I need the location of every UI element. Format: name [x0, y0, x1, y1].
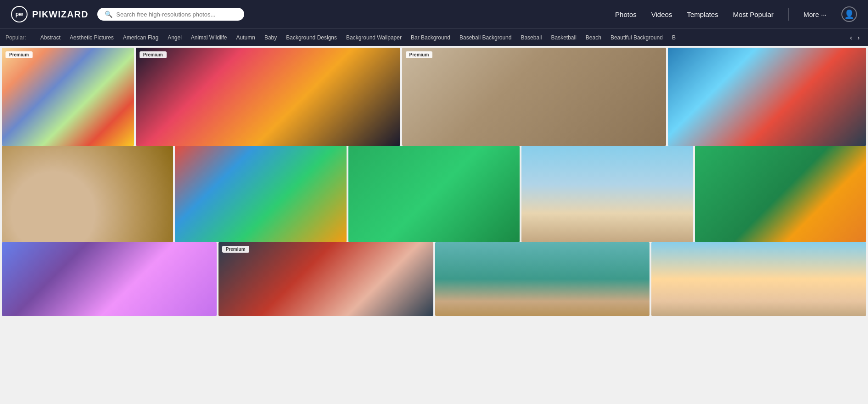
- premium-badge: Premium: [6, 51, 33, 58]
- search-bar[interactable]: 🔍: [97, 8, 244, 21]
- tag-item[interactable]: Basketball: [546, 29, 581, 46]
- tag-item[interactable]: Bar Background: [406, 29, 455, 46]
- gallery-item-nebula[interactable]: Premium: [136, 48, 400, 146]
- nav-photos[interactable]: Photos: [615, 11, 637, 18]
- search-input[interactable]: [116, 11, 237, 18]
- tag-item[interactable]: Autumn: [232, 29, 260, 46]
- logo-area: pw PIKWIZARD: [11, 6, 88, 22]
- gallery-item-beach-sunset[interactable]: [521, 146, 693, 242]
- logo-icon: pw: [11, 6, 28, 22]
- gallery-item-gold-circles[interactable]: [2, 146, 173, 242]
- popular-label: Popular:: [6, 34, 26, 41]
- tag-item[interactable]: Beautiful Background: [606, 29, 667, 46]
- tags-bar: Popular: AbstractAesthetic PicturesAmeri…: [0, 28, 868, 46]
- user-avatar[interactable]: 👤: [841, 6, 857, 22]
- gallery-item-colorful-powder[interactable]: Premium: [2, 48, 134, 146]
- prev-arrow[interactable]: ‹: [847, 34, 855, 41]
- tag-item[interactable]: Baseball: [516, 29, 546, 46]
- tag-item[interactable]: Baby: [260, 29, 281, 46]
- gallery-row-3: Premium: [0, 242, 868, 318]
- search-icon: 🔍: [105, 11, 112, 18]
- logo-letters: pw: [16, 11, 23, 17]
- gallery-item-sunset-beach2[interactable]: [651, 242, 866, 316]
- tag-item[interactable]: Baseball Background: [455, 29, 516, 46]
- gallery-item-blue-paint[interactable]: [668, 48, 866, 146]
- tag-item[interactable]: Aesthetic Pictures: [65, 29, 118, 46]
- premium-badge: Premium: [406, 51, 433, 58]
- tags-list: AbstractAesthetic PicturesAmerican FlagA…: [36, 29, 847, 46]
- gallery-item-old-texture[interactable]: Premium: [402, 48, 666, 146]
- gallery-row-1: PremiumPremiumPremium: [0, 46, 868, 146]
- premium-badge: Premium: [140, 51, 167, 58]
- premium-badge: Premium: [222, 246, 249, 253]
- nav-most-popular[interactable]: Most Popular: [733, 11, 773, 18]
- tags-divider: [31, 33, 31, 42]
- gallery-item-water-ripples[interactable]: [2, 242, 217, 316]
- tag-item[interactable]: Abstract: [36, 29, 65, 46]
- tag-item[interactable]: Animal Wildlife: [186, 29, 232, 46]
- tag-item[interactable]: Background Designs: [281, 29, 342, 46]
- nav-videos[interactable]: Videos: [651, 11, 672, 18]
- nav-divider: [788, 8, 789, 21]
- tag-item[interactable]: American Flag: [118, 29, 163, 46]
- tag-item[interactable]: B: [667, 29, 680, 46]
- gallery-item-roses-dark[interactable]: Premium: [218, 242, 433, 316]
- gallery-row-2: [0, 146, 868, 242]
- main-nav: Photos Videos Templates Most Popular Mor…: [615, 6, 857, 22]
- gallery-item-butterfly[interactable]: [695, 146, 866, 242]
- tag-item[interactable]: Angel: [163, 29, 186, 46]
- next-arrow[interactable]: ›: [855, 34, 862, 41]
- gallery-item-teal-sky[interactable]: [435, 242, 650, 316]
- gallery-item-flowers-wall[interactable]: [175, 146, 346, 242]
- gallery-item-green-grass[interactable]: [348, 146, 520, 242]
- tag-item[interactable]: Background Wallpaper: [342, 29, 406, 46]
- header: pw PIKWIZARD 🔍 Photos Videos Templates M…: [0, 0, 868, 28]
- logo-brand: PIKWIZARD: [32, 9, 88, 20]
- tag-item[interactable]: Beach: [581, 29, 606, 46]
- nav-more[interactable]: More ···: [803, 11, 827, 18]
- nav-templates[interactable]: Templates: [687, 11, 718, 18]
